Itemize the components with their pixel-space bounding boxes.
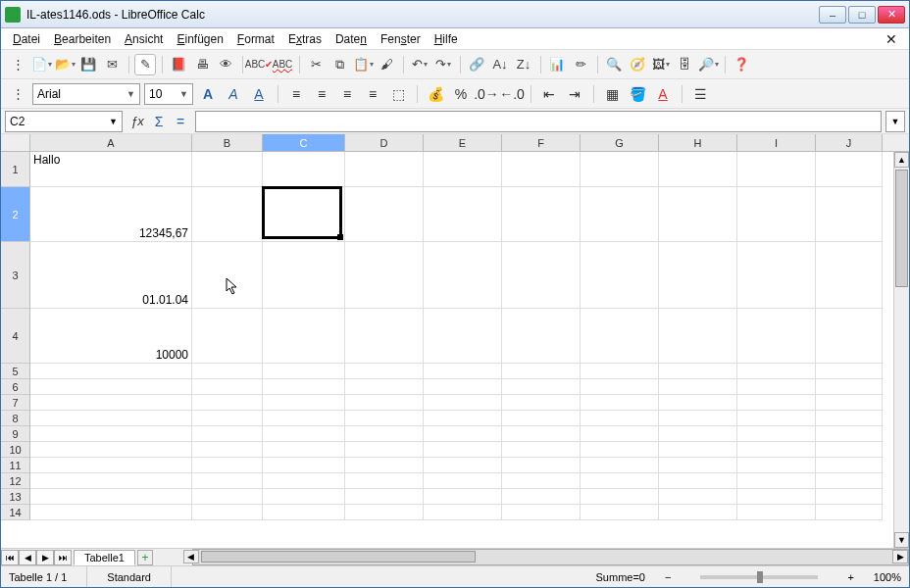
decrease-indent-button[interactable]: ⇤	[538, 83, 560, 105]
font-size-select[interactable]: 10▼	[144, 83, 193, 105]
bold-button[interactable]: A	[197, 83, 219, 105]
cell-D12[interactable]	[345, 473, 424, 489]
cell-F4[interactable]	[502, 309, 581, 364]
cell-C14[interactable]	[263, 505, 345, 520]
vscroll-thumb[interactable]	[895, 170, 908, 287]
cell-F7[interactable]	[502, 395, 581, 411]
tab-prev-button[interactable]: ◀	[19, 550, 36, 565]
sort-asc-button[interactable]: A↓	[489, 54, 511, 75]
cell-G9[interactable]	[581, 426, 659, 442]
zoom-button[interactable]: 🔎	[697, 54, 719, 75]
cell-D11[interactable]	[345, 458, 424, 473]
column-header-E[interactable]: E	[424, 134, 502, 151]
menu-ansicht[interactable]: Ansicht	[119, 30, 169, 48]
function-wizard-button[interactable]: ƒx	[126, 114, 148, 128]
show-draw-button[interactable]: ✏	[570, 54, 591, 75]
column-header-H[interactable]: H	[659, 134, 737, 151]
cell-G14[interactable]	[581, 505, 659, 520]
menu-datei[interactable]: Datei	[7, 30, 46, 48]
cell-I1[interactable]	[737, 152, 816, 187]
cell-G10[interactable]	[581, 442, 659, 458]
row-header-1[interactable]: 1	[1, 152, 30, 187]
cell-E8[interactable]	[424, 411, 502, 426]
paste-button[interactable]: 📋	[352, 54, 374, 75]
cell-J4[interactable]	[816, 309, 883, 364]
grid-body[interactable]: 1Hallo212345,67301.01.044100005678910111…	[1, 152, 909, 548]
cell-E12[interactable]	[424, 473, 502, 489]
cell-G12[interactable]	[581, 473, 659, 489]
cell-I7[interactable]	[737, 395, 816, 411]
format-paintbrush-button[interactable]: 🖌	[376, 54, 397, 75]
zoom-out-button[interactable]: −	[665, 571, 671, 583]
cell-B4[interactable]	[192, 309, 263, 364]
cell-C12[interactable]	[263, 473, 345, 489]
row-header-7[interactable]: 7	[1, 395, 30, 411]
borders-button[interactable]: ▦	[601, 83, 623, 105]
zoom-in-button[interactable]: +	[847, 571, 853, 583]
datasources-button[interactable]: 🗄	[674, 54, 695, 75]
cell-C13[interactable]	[263, 489, 345, 505]
minimize-button[interactable]: –	[819, 6, 846, 24]
cell-D13[interactable]	[345, 489, 424, 505]
copy-button[interactable]: ⧉	[329, 54, 350, 75]
close-button[interactable]: ✕	[878, 6, 905, 24]
cell-C7[interactable]	[263, 395, 345, 411]
menu-format[interactable]: Format	[231, 30, 280, 48]
cell-F14[interactable]	[502, 505, 581, 520]
name-box[interactable]: C2▼	[5, 111, 123, 132]
cell-G1[interactable]	[581, 152, 659, 187]
menu-einfuegen[interactable]: Einfügen	[171, 30, 228, 48]
cell-B10[interactable]	[192, 442, 263, 458]
cell-D3[interactable]	[345, 242, 424, 309]
hscroll-thumb[interactable]	[201, 551, 476, 563]
cell-G8[interactable]	[581, 411, 659, 426]
cell-E2[interactable]	[424, 187, 502, 242]
cell-G2[interactable]	[581, 187, 659, 242]
spellcheck-button[interactable]: ABC✔	[248, 54, 270, 75]
cell-B13[interactable]	[192, 489, 263, 505]
cell-B6[interactable]	[192, 379, 263, 395]
cell-J9[interactable]	[816, 426, 883, 442]
cell-H12[interactable]	[659, 473, 737, 489]
column-header-B[interactable]: B	[192, 134, 263, 151]
cell-G6[interactable]	[581, 379, 659, 395]
cell-I14[interactable]	[737, 505, 816, 520]
cell-F9[interactable]	[502, 426, 581, 442]
cell-H8[interactable]	[659, 411, 737, 426]
cell-I2[interactable]	[737, 187, 816, 242]
cell-A10[interactable]	[30, 442, 192, 458]
cell-B3[interactable]	[192, 242, 263, 309]
bgcolor-button[interactable]: 🪣	[627, 83, 648, 105]
column-header-D[interactable]: D	[345, 134, 424, 151]
cell-F6[interactable]	[502, 379, 581, 395]
cell-A14[interactable]	[30, 505, 192, 520]
cell-C10[interactable]	[263, 442, 345, 458]
cell-E11[interactable]	[424, 458, 502, 473]
select-all-corner[interactable]	[1, 134, 30, 151]
cell-A3[interactable]: 01.01.04	[30, 242, 192, 309]
cell-H6[interactable]	[659, 379, 737, 395]
cell-H2[interactable]	[659, 187, 737, 242]
email-button[interactable]: ✉	[101, 54, 123, 75]
cell-E14[interactable]	[424, 505, 502, 520]
cell-H11[interactable]	[659, 458, 737, 473]
save-button[interactable]: 💾	[77, 54, 99, 75]
align-left-button[interactable]: ≡	[285, 83, 307, 105]
cell-A2[interactable]: 12345,67	[30, 187, 192, 242]
cell-D6[interactable]	[345, 379, 424, 395]
cell-J1[interactable]	[816, 152, 883, 187]
cell-F8[interactable]	[502, 411, 581, 426]
cell-J10[interactable]	[816, 442, 883, 458]
find-button[interactable]: 🔍	[603, 54, 625, 75]
cell-D8[interactable]	[345, 411, 424, 426]
column-header-F[interactable]: F	[502, 134, 581, 151]
cell-E13[interactable]	[424, 489, 502, 505]
preview-button[interactable]: 👁	[215, 54, 236, 75]
remove-decimal-button[interactable]: ←.0	[501, 83, 523, 105]
row-header-10[interactable]: 10	[1, 442, 30, 458]
cell-A9[interactable]	[30, 426, 192, 442]
scroll-right-button[interactable]: ▶	[892, 550, 908, 564]
cell-H7[interactable]	[659, 395, 737, 411]
sort-desc-button[interactable]: Z↓	[513, 54, 534, 75]
export-pdf-button[interactable]: 📕	[168, 54, 189, 75]
